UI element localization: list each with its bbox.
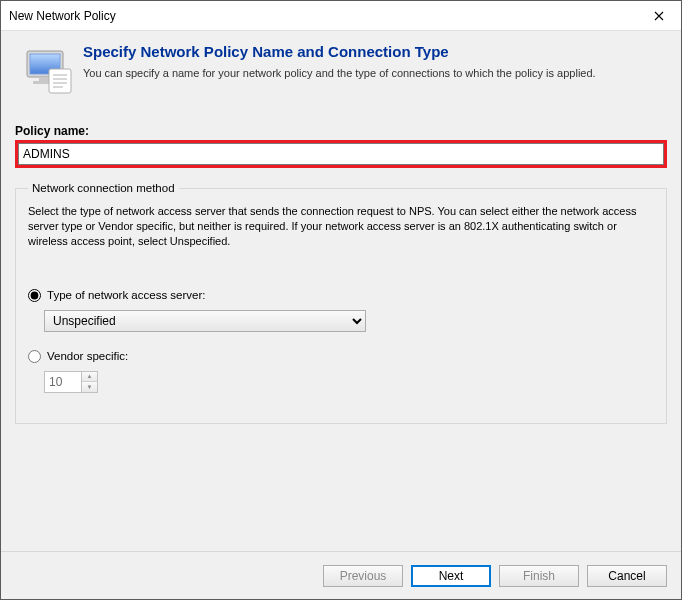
connection-method-legend: Network connection method bbox=[28, 182, 179, 194]
wizard-description: You can specify a name for your network … bbox=[83, 66, 667, 81]
vendor-spinner: ▲ ▼ bbox=[44, 371, 98, 393]
finish-button: Finish bbox=[499, 565, 579, 587]
policy-name-input[interactable] bbox=[18, 143, 664, 165]
vendor-spinner-row: ▲ ▼ bbox=[44, 371, 654, 393]
policy-name-label: Policy name: bbox=[15, 124, 667, 138]
previous-button: Previous bbox=[323, 565, 403, 587]
type-select[interactable]: Unspecified bbox=[44, 310, 366, 332]
wizard-heading: Specify Network Policy Name and Connecti… bbox=[83, 43, 667, 60]
svg-rect-4 bbox=[49, 69, 71, 93]
radio-vendor-row: Vendor specific: bbox=[28, 350, 654, 363]
radio-vendor[interactable] bbox=[28, 350, 41, 363]
wizard-header: Specify Network Policy Name and Connecti… bbox=[1, 31, 681, 104]
close-button[interactable] bbox=[636, 1, 681, 31]
radio-type[interactable] bbox=[28, 289, 41, 302]
vendor-value-input bbox=[45, 372, 81, 392]
close-icon bbox=[654, 8, 664, 24]
policy-icon bbox=[23, 45, 75, 100]
wizard-footer: Previous Next Finish Cancel bbox=[1, 551, 681, 599]
connection-method-description: Select the type of network access server… bbox=[28, 204, 654, 249]
window: New Network Policy bbox=[0, 0, 682, 600]
next-button[interactable]: Next bbox=[411, 565, 491, 587]
wizard-body: Policy name: Network connection method S… bbox=[1, 104, 681, 551]
spinner-arrows: ▲ ▼ bbox=[81, 372, 97, 392]
window-title: New Network Policy bbox=[9, 9, 636, 23]
cancel-button[interactable]: Cancel bbox=[587, 565, 667, 587]
titlebar: New Network Policy bbox=[1, 1, 681, 31]
spinner-up-icon: ▲ bbox=[82, 372, 97, 383]
wizard-icon-wrap bbox=[15, 41, 83, 100]
radio-vendor-label[interactable]: Vendor specific: bbox=[47, 350, 128, 362]
wizard-header-text: Specify Network Policy Name and Connecti… bbox=[83, 41, 667, 100]
type-select-row: Unspecified bbox=[44, 310, 654, 332]
spinner-down-icon: ▼ bbox=[82, 382, 97, 392]
policy-name-highlight bbox=[15, 140, 667, 168]
radio-type-label[interactable]: Type of network access server: bbox=[47, 289, 206, 301]
connection-method-group: Network connection method Select the typ… bbox=[15, 182, 667, 424]
radio-type-row: Type of network access server: bbox=[28, 289, 654, 302]
